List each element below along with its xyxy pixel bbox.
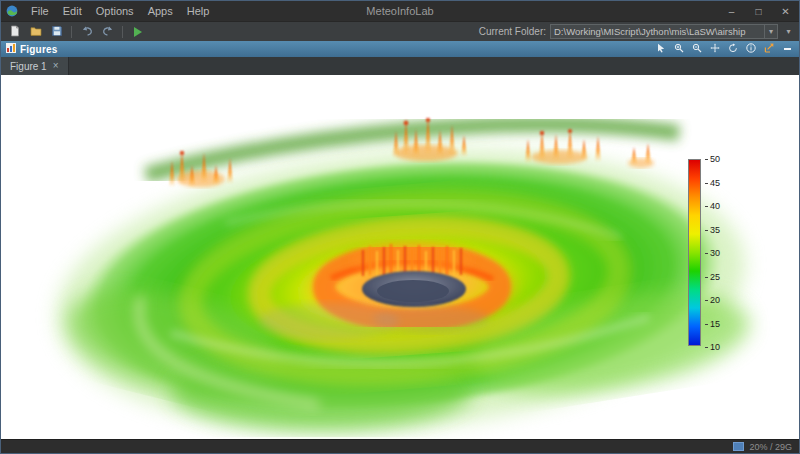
combo-dropdown-icon[interactable]: ▾ — [764, 25, 777, 38]
memory-usage-text: 20% / 29G — [749, 442, 792, 452]
float-window-icon — [764, 43, 774, 55]
info-button[interactable] — [744, 43, 758, 56]
folder-history-dropdown-icon[interactable]: ▾ — [782, 24, 795, 39]
zoom-out-button[interactable] — [690, 43, 704, 56]
new-script-button[interactable] — [5, 23, 24, 40]
current-folder-zone: Current Folder: D:\Working\MIScript\Jyth… — [479, 24, 795, 39]
typhoon-volume-render — [1, 75, 799, 439]
figure-tools — [654, 43, 794, 56]
menu-bar: File Edit Options Apps Help — [24, 1, 216, 21]
tab-close-icon[interactable]: × — [53, 61, 59, 71]
figures-panel-icon — [6, 43, 16, 55]
open-file-button[interactable] — [26, 23, 45, 40]
zoom-out-icon — [692, 43, 702, 55]
toolbar-separator — [122, 26, 123, 38]
memory-indicator[interactable] — [733, 442, 744, 451]
menu-apps[interactable]: Apps — [141, 1, 180, 21]
menu-help[interactable]: Help — [180, 1, 217, 21]
colorbar-tick: 30 — [705, 249, 720, 258]
figures-panel-header: Figures — [1, 41, 799, 57]
current-folder-value: D:\Working\MIScript\Jython\mis\LaSW\airs… — [551, 26, 764, 37]
menu-options[interactable]: Options — [89, 1, 141, 21]
open-folder-icon — [30, 23, 42, 41]
menu-edit[interactable]: Edit — [56, 1, 89, 21]
save-floppy-icon — [51, 23, 63, 41]
colorbar-ticks: 50 45 40 35 30 25 20 15 10 — [705, 155, 720, 352]
colorbar-tick: 50 — [705, 155, 720, 164]
undo-icon — [81, 23, 93, 41]
pan-move-icon — [710, 43, 720, 55]
title-bar: File Edit Options Apps Help MeteoInfoLab… — [1, 1, 799, 21]
run-script-button[interactable] — [128, 23, 147, 40]
app-window: File Edit Options Apps Help MeteoInfoLab… — [0, 0, 800, 454]
window-controls: – □ ✕ — [718, 1, 799, 21]
colorbar-gradient — [689, 160, 700, 345]
cursor-arrow-icon — [656, 43, 666, 55]
figure-tab-bar: Figure 1 × — [1, 57, 799, 75]
main-toolbar: Current Folder: D:\Working\MIScript\Jyth… — [1, 21, 799, 41]
rotate-button[interactable] — [726, 43, 740, 56]
current-folder-label: Current Folder: — [479, 26, 546, 37]
pan-button[interactable] — [708, 43, 722, 56]
colorbar-tick: 40 — [705, 202, 720, 211]
undo-button[interactable] — [77, 23, 96, 40]
colorbar-tick: 20 — [705, 296, 720, 305]
redo-icon — [102, 23, 114, 41]
float-panel-button[interactable] — [762, 43, 776, 56]
rotate-icon — [728, 43, 738, 55]
tab-label: Figure 1 — [10, 61, 47, 72]
maximize-button[interactable]: □ — [745, 1, 772, 21]
zoom-in-button[interactable] — [672, 43, 686, 56]
status-bar: 20% / 29G — [1, 439, 799, 453]
zoom-in-icon — [674, 43, 684, 55]
colorbar: 50 45 40 35 30 25 20 15 10 — [688, 159, 701, 346]
colorbar-tick: 35 — [705, 226, 720, 235]
menu-file[interactable]: File — [24, 1, 56, 21]
minimize-button[interactable]: – — [718, 1, 745, 21]
colorbar-tick: 10 — [705, 343, 720, 352]
tab-figure-1[interactable]: Figure 1 × — [1, 57, 69, 75]
save-button[interactable] — [47, 23, 66, 40]
run-play-icon — [134, 27, 142, 37]
figure-canvas[interactable]: 50 45 40 35 30 25 20 15 10 — [1, 75, 799, 439]
figures-panel-title: Figures — [20, 44, 58, 55]
redo-button[interactable] — [98, 23, 117, 40]
colorbar-tick: 15 — [705, 320, 720, 329]
minimize-panel-icon — [784, 48, 791, 50]
current-folder-combobox[interactable]: D:\Working\MIScript\Jython\mis\LaSW\airs… — [550, 24, 778, 39]
close-button[interactable]: ✕ — [772, 1, 799, 21]
new-file-icon — [9, 23, 21, 41]
select-tool-button[interactable] — [654, 43, 668, 56]
colorbar-tick: 25 — [705, 273, 720, 282]
info-icon — [746, 43, 756, 55]
minimize-panel-button[interactable] — [780, 43, 794, 56]
toolbar-separator — [71, 26, 72, 38]
colorbar-tick: 45 — [705, 179, 720, 188]
